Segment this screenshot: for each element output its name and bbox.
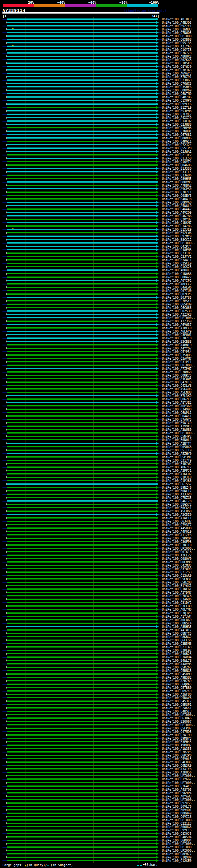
hit-label[interactable]: UniRef100_A4TWT7	[162, 628, 192, 632]
hit-label[interactable]: UniRef100_C5BZQ8	[162, 581, 192, 584]
hit-row[interactable]: UniRef100_B0V4Q1	[0, 808, 197, 812]
hit-row[interactable]: UniRef100_A0LR69	[0, 618, 197, 622]
hit-row[interactable]: UniRef100_B0KVA0	[0, 201, 197, 204]
hit-label[interactable]: UniRef100_B4R7W2	[162, 462, 192, 466]
hit-label[interactable]: UniRef100_B5IIT9	[162, 448, 192, 452]
hit-label[interactable]: UniRef100_A8HXE5	[162, 269, 192, 272]
hit-label[interactable]: UniRef100_A4SY05	[162, 788, 192, 791]
hit-row[interactable]: UniRef100_C2AKK1	[0, 706, 197, 710]
hit-row[interactable]: UniRef100_A8G7K7	[0, 466, 197, 469]
hit-row[interactable]: UniRef100_A1KC02	[0, 472, 197, 476]
hit-label[interactable]: UniRef100_Q3B5M6	[162, 642, 192, 645]
hit-row[interactable]: UniRef100_Q05UX8	[0, 445, 197, 448]
hit-row[interactable]: UniRef100_C6ISS7	[0, 483, 197, 486]
hit-row[interactable]: UniRef100_A1W355	[0, 747, 197, 750]
hit-row[interactable]: UniRef100_Q2G4C5	[0, 784, 197, 788]
hit-row[interactable]: UniRef100_O67681	[0, 133, 197, 136]
hit-row[interactable]: UniRef100_A1WFT1	[0, 516, 197, 520]
hit-label[interactable]: UniRef100_C6WTN9	[162, 92, 192, 95]
hit-label[interactable]: UniRef100_A6VW37	[162, 323, 192, 327]
hit-row[interactable]: UniRef100_C3R1I0	[0, 544, 197, 547]
hit-row[interactable]: UniRef100_A2BTT4	[0, 442, 197, 445]
hit-label[interactable]: UniRef100_A7IPH7	[162, 367, 192, 370]
hit-label[interactable]: UniRef100_C2AKK1	[162, 706, 192, 710]
hit-label[interactable]: UniRef100_A4FQ19	[162, 530, 192, 533]
hit-row[interactable]: UniRef100_C5V0L5	[0, 757, 197, 761]
hit-row[interactable]: UniRef100_A4YYG7	[0, 347, 197, 350]
hit-label[interactable]: UniRef100_B0NLI7	[162, 489, 192, 493]
hit-row[interactable]: UniRef100_Q13AR9	[0, 574, 197, 577]
hit-label[interactable]: UniRef100_C9YF15	[162, 829, 192, 832]
hit-label[interactable]: UniRef100_A0LYM0	[162, 608, 192, 611]
hit-row[interactable]: UniRef100_Q07IU0	[0, 289, 197, 292]
hit-label[interactable]: UniRef100_A9BDQ7	[162, 744, 192, 747]
hit-label[interactable]: UniRef100_C7MZV5	[162, 750, 192, 754]
hit-row[interactable]: UniRef100_Q3AVM7	[0, 357, 197, 360]
hit-label[interactable]: UniRef100_Q2G4C5	[162, 784, 192, 788]
hit-label[interactable]: UniRef100_A2BZ89	[162, 679, 192, 683]
hit-label[interactable]: UniRef100_B3QQ67	[162, 720, 192, 723]
hit-label[interactable]: UniRef100_B5W1C9	[162, 421, 192, 425]
hit-row[interactable]: UniRef100_Q2IZS3	[0, 570, 197, 574]
hit-row[interactable]: UniRef100_A3WUB9	[0, 428, 197, 431]
hit-label[interactable]: UniRef100_C5V0L5	[162, 757, 192, 761]
hit-row[interactable]: UniRef100_Q21I43	[0, 645, 197, 649]
hit-label[interactable]: UniRef100_A2C5I0	[162, 513, 192, 516]
hit-label[interactable]: UniRef100_Q221E3	[162, 822, 192, 825]
hit-row[interactable]: UniRef100_Q6FES6	[0, 639, 197, 642]
hit-label[interactable]: UniRef100_Q062E1	[162, 398, 192, 401]
hit-row[interactable]: UniRef100_C1XLQ2	[0, 120, 197, 123]
hit-label[interactable]: UniRef100_Q2JWA1	[162, 150, 192, 153]
hit-row[interactable]: UniRef100_B4B7B6	[0, 95, 197, 99]
hit-row[interactable]: UniRef100_C3JYV1	[0, 255, 197, 258]
hit-row[interactable]: UniRef100_B6R9Q4	[0, 839, 197, 842]
hit-label[interactable]: UniRef100_Q1QVT4	[162, 160, 192, 163]
hit-row[interactable]: UniRef100_B8GS72	[0, 503, 197, 506]
hit-row[interactable]: UniRef100_Q3JA86	[0, 174, 197, 177]
hit-label[interactable]: UniRef100_Q2BPN8	[162, 126, 192, 130]
hit-label[interactable]: UniRef100_Q0SEY3	[162, 194, 192, 197]
hit-row[interactable]: UniRef100_C8NSK4	[0, 622, 197, 625]
hit-row[interactable]: UniRef100_C0VZK9	[0, 689, 197, 693]
hit-row[interactable]: UniRef100_C7MZV5	[0, 750, 197, 754]
hit-row[interactable]: UniRef100_C1DSM7	[0, 221, 197, 224]
hit-row[interactable]: UniRef100_Q20YU7	[0, 218, 197, 221]
hit-label[interactable]: UniRef100_Q7U3C8	[162, 594, 192, 598]
hit-label[interactable]: UniRef100_Q3K7T1	[162, 191, 192, 194]
hit-label[interactable]: UniRef100_B7L3K9	[162, 394, 192, 398]
hit-label[interactable]: UniRef100_B0V4Q1	[162, 808, 192, 812]
hit-label[interactable]: UniRef100_UPI000..	[162, 547, 195, 550]
hit-label[interactable]: UniRef100_Q1PJ86	[162, 479, 192, 483]
hit-row[interactable]: UniRef100_C6J4H7	[0, 520, 197, 523]
hit-label[interactable]: UniRef100_Q2IJF2	[162, 153, 192, 157]
hit-row[interactable]: UniRef100_Q1QVT4	[0, 160, 197, 163]
hit-label[interactable]: UniRef100_A0QUG6	[162, 825, 192, 829]
hit-row[interactable]: UniRef100_A7Z3S9	[0, 320, 197, 323]
hit-row[interactable]: UniRef100_A4SY05	[0, 788, 197, 791]
hit-row[interactable]: UniRef100_A5FHG8	[0, 509, 197, 513]
hit-row[interactable]: UniRef100_C0Z530	[0, 309, 197, 313]
hit-row[interactable]: UniRef100_B5JPN8	[0, 109, 197, 113]
hit-row[interactable]: UniRef100_Q5YP34	[0, 350, 197, 353]
hit-label[interactable]: UniRef100_UPI000..	[162, 431, 195, 435]
hit-row[interactable]: UniRef100_Q47MD3	[0, 730, 197, 734]
hit-row[interactable]: UniRef100_B8CC12	[0, 238, 197, 241]
hit-label[interactable]: UniRef100_A8FCC2	[162, 282, 192, 286]
hit-row[interactable]: UniRef100_B1ZTL9	[0, 106, 197, 109]
hit-row[interactable]: UniRef100_Q65KU9	[0, 303, 197, 306]
hit-row[interactable]: UniRef100_Q31PI1	[0, 360, 197, 364]
hit-label[interactable]: UniRef100_B3PE92	[162, 649, 192, 652]
hit-label[interactable]: UniRef100_UPI000..	[162, 849, 195, 852]
hit-label[interactable]: UniRef100_UPI000..	[162, 713, 195, 716]
hit-label[interactable]: UniRef100_C3R1I0	[162, 544, 192, 547]
hit-row[interactable]: UniRef100_UPI000..	[0, 818, 197, 822]
hit-row[interactable]: UniRef100_Q7U3C8	[0, 594, 197, 598]
hit-label[interactable]: UniRef100_A6VAY3	[162, 72, 192, 75]
hit-row[interactable]: UniRef100_A5W8L9	[0, 204, 197, 208]
hit-row[interactable]: UniRef100_B0CG41	[0, 506, 197, 509]
hit-row[interactable]: UniRef100_UPI000..	[0, 713, 197, 716]
hit-row[interactable]: UniRef100_A3XIE8	[0, 767, 197, 771]
hit-label[interactable]: UniRef100_B6R9Q4	[162, 839, 192, 842]
hit-label[interactable]: UniRef100_Q5SIP8	[162, 147, 192, 150]
hit-label[interactable]: UniRef100_A7HBA2	[162, 184, 192, 187]
